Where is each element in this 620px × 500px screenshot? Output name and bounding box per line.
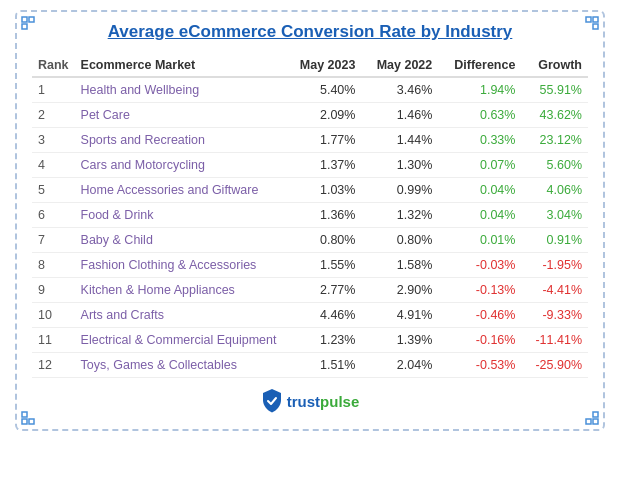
cell-may2022: 0.80% xyxy=(361,228,438,253)
cell-may2022: 1.44% xyxy=(361,128,438,153)
table-row: 4 Cars and Motorcycling 1.37% 1.30% 0.07… xyxy=(32,153,588,178)
market-link[interactable]: Pet Care xyxy=(81,108,130,122)
cell-market[interactable]: Electrical & Commercial Equipment xyxy=(75,328,285,353)
col-may2023: May 2023 xyxy=(285,54,362,77)
cell-market[interactable]: Arts and Crafts xyxy=(75,303,285,328)
svg-rect-0 xyxy=(22,17,27,22)
cell-may2023: 2.77% xyxy=(285,278,362,303)
cell-market[interactable]: Pet Care xyxy=(75,103,285,128)
cell-rank: 8 xyxy=(32,253,75,278)
svg-rect-7 xyxy=(22,419,27,424)
page-title: Average eCommerce Conversion Rate by Ind… xyxy=(32,22,588,42)
cell-growth: 3.04% xyxy=(521,203,588,228)
cell-growth: -4.41% xyxy=(521,278,588,303)
cell-may2022: 2.90% xyxy=(361,278,438,303)
cell-growth: 55.91% xyxy=(521,77,588,103)
cell-growth: 5.60% xyxy=(521,153,588,178)
cell-diff: 0.04% xyxy=(438,203,521,228)
market-link[interactable]: Cars and Motorcycling xyxy=(81,158,205,172)
conversion-rate-table: Rank Ecommerce Market May 2023 May 2022 … xyxy=(32,54,588,378)
cell-growth: -9.33% xyxy=(521,303,588,328)
cell-rank: 12 xyxy=(32,353,75,378)
corner-decoration-tr xyxy=(585,16,599,30)
cell-growth: 0.91% xyxy=(521,228,588,253)
cell-may2023: 1.77% xyxy=(285,128,362,153)
table-row: 11 Electrical & Commercial Equipment 1.2… xyxy=(32,328,588,353)
table-row: 7 Baby & Child 0.80% 0.80% 0.01% 0.91% xyxy=(32,228,588,253)
cell-may2023: 2.09% xyxy=(285,103,362,128)
cell-rank: 6 xyxy=(32,203,75,228)
cell-may2022: 1.32% xyxy=(361,203,438,228)
cell-may2023: 4.46% xyxy=(285,303,362,328)
cell-market[interactable]: Kitchen & Home Appliances xyxy=(75,278,285,303)
table-row: 3 Sports and Recreation 1.77% 1.44% 0.33… xyxy=(32,128,588,153)
market-link[interactable]: Health and Wellbeing xyxy=(81,83,200,97)
table-row: 8 Fashion Clothing & Accessories 1.55% 1… xyxy=(32,253,588,278)
corner-decoration-br xyxy=(585,411,599,425)
col-rank: Rank xyxy=(32,54,75,77)
table-row: 10 Arts and Crafts 4.46% 4.91% -0.46% -9… xyxy=(32,303,588,328)
svg-rect-9 xyxy=(593,412,598,417)
table-row: 12 Toys, Games & Collectables 1.51% 2.04… xyxy=(32,353,588,378)
market-link[interactable]: Arts and Crafts xyxy=(81,308,164,322)
cell-may2022: 4.91% xyxy=(361,303,438,328)
market-link[interactable]: Baby & Child xyxy=(81,233,153,247)
cell-may2023: 1.23% xyxy=(285,328,362,353)
brand-name: trustpulse xyxy=(287,393,360,410)
market-link[interactable]: Food & Drink xyxy=(81,208,154,222)
cell-market[interactable]: Food & Drink xyxy=(75,203,285,228)
cell-rank: 7 xyxy=(32,228,75,253)
cell-market[interactable]: Home Accessories and Giftware xyxy=(75,178,285,203)
cell-market[interactable]: Fashion Clothing & Accessories xyxy=(75,253,285,278)
cell-market[interactable]: Toys, Games & Collectables xyxy=(75,353,285,378)
chart-container: Average eCommerce Conversion Rate by Ind… xyxy=(15,10,605,431)
cell-may2022: 1.58% xyxy=(361,253,438,278)
cell-may2022: 3.46% xyxy=(361,77,438,103)
cell-may2022: 1.30% xyxy=(361,153,438,178)
col-may2022: May 2022 xyxy=(361,54,438,77)
table-header-row: Rank Ecommerce Market May 2023 May 2022 … xyxy=(32,54,588,77)
cell-rank: 9 xyxy=(32,278,75,303)
corner-decoration-bl xyxy=(21,411,35,425)
cell-may2023: 1.55% xyxy=(285,253,362,278)
cell-diff: 0.04% xyxy=(438,178,521,203)
cell-growth: 4.06% xyxy=(521,178,588,203)
cell-may2023: 1.37% xyxy=(285,153,362,178)
shield-check-icon xyxy=(261,388,283,414)
table-row: 6 Food & Drink 1.36% 1.32% 0.04% 3.04% xyxy=(32,203,588,228)
cell-market[interactable]: Cars and Motorcycling xyxy=(75,153,285,178)
svg-rect-11 xyxy=(593,419,598,424)
cell-may2023: 0.80% xyxy=(285,228,362,253)
svg-rect-5 xyxy=(593,24,598,29)
cell-market[interactable]: Health and Wellbeing xyxy=(75,77,285,103)
cell-may2022: 2.04% xyxy=(361,353,438,378)
cell-growth: -25.90% xyxy=(521,353,588,378)
col-market: Ecommerce Market xyxy=(75,54,285,77)
market-link[interactable]: Electrical & Commercial Equipment xyxy=(81,333,277,347)
market-link[interactable]: Home Accessories and Giftware xyxy=(81,183,259,197)
svg-rect-10 xyxy=(586,419,591,424)
cell-may2023: 1.36% xyxy=(285,203,362,228)
table-row: 5 Home Accessories and Giftware 1.03% 0.… xyxy=(32,178,588,203)
cell-market[interactable]: Baby & Child xyxy=(75,228,285,253)
trustpulse-logo: trustpulse xyxy=(261,388,360,414)
cell-rank: 4 xyxy=(32,153,75,178)
cell-rank: 3 xyxy=(32,128,75,153)
svg-rect-8 xyxy=(29,419,34,424)
market-link[interactable]: Kitchen & Home Appliances xyxy=(81,283,235,297)
market-link[interactable]: Fashion Clothing & Accessories xyxy=(81,258,257,272)
market-link[interactable]: Toys, Games & Collectables xyxy=(81,358,237,372)
cell-diff: -0.53% xyxy=(438,353,521,378)
cell-diff: -0.16% xyxy=(438,328,521,353)
cell-market[interactable]: Sports and Recreation xyxy=(75,128,285,153)
cell-rank: 10 xyxy=(32,303,75,328)
corner-decoration-tl xyxy=(21,16,35,30)
cell-growth: 23.12% xyxy=(521,128,588,153)
cell-may2023: 1.03% xyxy=(285,178,362,203)
cell-diff: 0.07% xyxy=(438,153,521,178)
cell-diff: 0.63% xyxy=(438,103,521,128)
svg-rect-3 xyxy=(586,17,591,22)
cell-rank: 1 xyxy=(32,77,75,103)
market-link[interactable]: Sports and Recreation xyxy=(81,133,205,147)
svg-rect-1 xyxy=(29,17,34,22)
